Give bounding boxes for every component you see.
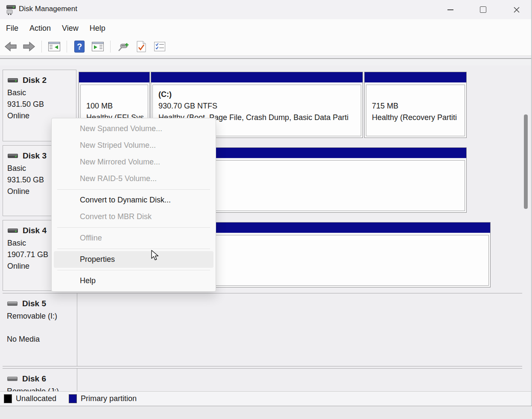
close-icon <box>513 6 520 13</box>
disk-media-status: No Media <box>7 334 77 345</box>
menu-item-new-spanned-volume: New Spanned Volume... <box>54 120 213 137</box>
toolbar-separator <box>41 41 42 53</box>
back-button[interactable] <box>3 40 18 53</box>
toolbar-separator <box>67 41 67 53</box>
action-pane-icon <box>91 41 104 52</box>
removable-drive-icon <box>7 300 18 307</box>
legend-bar: Unallocated Primary partition <box>0 391 531 406</box>
partition-status: Healthy (Recovery Partiti <box>372 112 465 123</box>
menu-action[interactable]: Action <box>29 24 51 33</box>
partition-size: 100 MB <box>86 100 148 112</box>
menu-help[interactable]: Help <box>90 24 105 33</box>
menu-item-offline: Offline <box>54 230 213 246</box>
partition-size: 930.70 GB NTFS <box>158 100 361 112</box>
partition-color-bar <box>151 72 362 83</box>
rescan-disks-icon <box>116 41 130 53</box>
toolbar: ? <box>0 38 531 56</box>
disk-type: Removable (I:) <box>7 311 77 322</box>
partition-size: 715 MB <box>372 100 465 112</box>
disk-list-button[interactable] <box>152 40 167 53</box>
menu-view[interactable]: View <box>62 24 79 33</box>
menu-separator <box>57 249 210 249</box>
menu-item-new-mirrored-volume: New Mirrored Volume... <box>54 154 213 170</box>
title-bar: Disk Management <box>0 0 531 19</box>
disk-name: Disk 4 <box>23 226 47 235</box>
forward-button[interactable] <box>22 40 36 53</box>
check-document-icon <box>136 40 147 53</box>
toolbar-separator <box>110 41 111 53</box>
desktop-background <box>0 406 532 419</box>
disk-name: Disk 5 <box>22 299 46 308</box>
console-tree-icon <box>48 41 61 52</box>
partition-details: 715 MB Healthy (Recovery Partiti <box>366 85 465 136</box>
disk-name: Disk 6 <box>22 374 46 384</box>
partition-label: (C:) <box>158 89 361 100</box>
menu-item-properties[interactable]: Properties <box>54 251 213 268</box>
maximize-button[interactable] <box>473 0 493 19</box>
disk-drive-icon <box>7 152 18 159</box>
partition-label <box>86 89 148 100</box>
svg-text:?: ? <box>77 42 82 51</box>
disk-type: Basic <box>7 87 76 99</box>
menu-item-new-striped-volume: New Striped Volume... <box>54 137 213 154</box>
back-arrow-icon <box>4 41 17 52</box>
legend-primary-partition-label: Primary partition <box>81 394 137 403</box>
primary-partition-color-swatch <box>69 394 77 403</box>
help-button[interactable]: ? <box>72 40 87 53</box>
disk2-partition-recovery[interactable]: 715 MB Healthy (Recovery Partiti <box>364 72 467 138</box>
disk-spacer <box>7 322 77 334</box>
partition-color-bar <box>365 72 466 83</box>
maximize-icon <box>480 6 486 13</box>
menu-file[interactable]: File <box>6 24 18 33</box>
close-button[interactable] <box>507 0 526 19</box>
disk-drive-icon <box>7 227 18 234</box>
disk-name: Disk 3 <box>23 151 47 161</box>
removable-drive-icon <box>7 375 18 382</box>
partition-label <box>372 89 465 100</box>
disk-context-menu: New Spanned Volume... New Striped Volume… <box>51 118 216 292</box>
disk-size: 931.50 GB <box>7 99 76 110</box>
menu-item-new-raid5-volume: New RAID-5 Volume... <box>54 170 213 187</box>
minimize-button[interactable] <box>441 0 460 19</box>
legend-unallocated-label: Unallocated <box>16 394 56 403</box>
menu-bar: File Action View Help <box>0 19 531 38</box>
menu-separator <box>57 227 210 228</box>
menu-item-help[interactable]: Help <box>54 272 213 289</box>
show-action-pane-button[interactable] <box>91 40 105 53</box>
disk5-row[interactable]: Disk 5 Removable (I:) No Media <box>3 293 522 366</box>
show-console-tree-button[interactable] <box>47 40 61 53</box>
window-title: Disk Management <box>19 5 77 13</box>
disk-management-app-icon <box>5 3 17 15</box>
check-document-button[interactable] <box>134 40 149 53</box>
forward-arrow-icon <box>23 41 35 52</box>
menu-separator <box>57 189 210 190</box>
mouse-cursor <box>151 250 161 261</box>
menu-item-convert-to-mbr-disk: Convert to MBR Disk <box>54 208 213 225</box>
disk-name: Disk 2 <box>23 76 47 85</box>
vertical-scrollbar-thumb[interactable] <box>524 114 528 209</box>
unallocated-color-swatch <box>4 394 12 403</box>
help-icon: ? <box>74 40 85 53</box>
menu-separator <box>57 270 210 270</box>
menu-item-convert-to-dynamic-disk[interactable]: Convert to Dynamic Disk... <box>54 192 213 208</box>
row-divider <box>77 293 77 366</box>
disk-drive-icon <box>7 77 18 84</box>
disk-list-icon <box>153 41 166 52</box>
rescan-disks-button[interactable] <box>116 40 130 53</box>
minimize-icon <box>447 9 453 10</box>
partition-color-bar <box>79 72 149 83</box>
